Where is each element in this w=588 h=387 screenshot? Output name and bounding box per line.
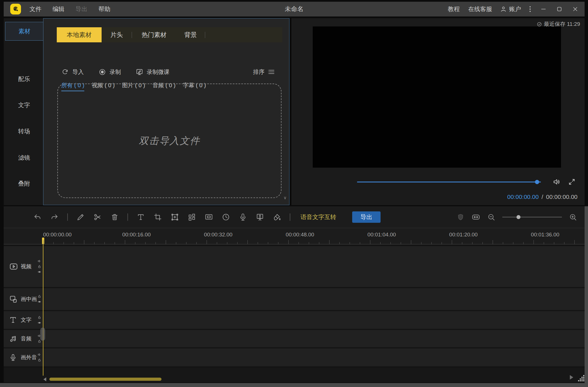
background-fill-button[interactable] bbox=[273, 213, 281, 221]
resize-grip[interactable] bbox=[576, 374, 585, 382]
add-text-button[interactable] bbox=[136, 213, 145, 221]
sidebar-item-media[interactable]: 素材 bbox=[5, 22, 43, 41]
eye-icon[interactable] bbox=[37, 270, 41, 274]
playhead-grip[interactable] bbox=[40, 328, 45, 341]
zoom-out-button[interactable] bbox=[487, 213, 495, 221]
fit-timeline-button[interactable] bbox=[472, 213, 480, 221]
track-voiceover[interactable]: 画外音 bbox=[4, 348, 585, 366]
kebab-menu-icon[interactable] bbox=[528, 5, 532, 13]
sidebar-item-transition[interactable]: 转场 bbox=[5, 126, 43, 136]
marker-button[interactable] bbox=[456, 213, 465, 221]
close-button[interactable] bbox=[571, 5, 579, 13]
sort-button[interactable]: 排序 bbox=[253, 68, 275, 76]
trash-icon bbox=[110, 213, 119, 221]
tab-background[interactable]: 背景 bbox=[176, 27, 205, 42]
text-icon bbox=[136, 213, 145, 221]
preview-slider[interactable] bbox=[357, 180, 541, 184]
split-screen-icon bbox=[188, 213, 196, 221]
sidebar-item-text[interactable]: 文字 bbox=[5, 100, 43, 110]
track-audio[interactable]: 音频 bbox=[4, 329, 585, 347]
crop-button[interactable] bbox=[154, 213, 162, 221]
tutorial-link[interactable]: 教程 bbox=[447, 4, 460, 14]
scroll-right-arrow[interactable] bbox=[570, 375, 573, 380]
split-button[interactable] bbox=[93, 213, 102, 221]
import-button[interactable]: 导入 bbox=[61, 68, 84, 76]
transform-button[interactable] bbox=[171, 213, 179, 221]
preview-volume-thumb[interactable] bbox=[535, 180, 539, 184]
ruler-tick bbox=[247, 240, 248, 244]
video-viewport[interactable] bbox=[313, 26, 561, 168]
playhead-line[interactable] bbox=[43, 244, 43, 376]
music-note-icon bbox=[9, 335, 17, 343]
edit-button[interactable] bbox=[76, 213, 85, 221]
sidebar-item-overlay[interactable]: 叠附 bbox=[5, 178, 43, 189]
undo-button[interactable] bbox=[33, 213, 42, 221]
ruler-label: 00:00:32.00 bbox=[204, 232, 232, 238]
minimize-button[interactable] bbox=[539, 5, 548, 13]
zoom-slider-thumb[interactable] bbox=[516, 215, 520, 219]
delete-button[interactable] bbox=[110, 213, 119, 221]
lock-open-icon[interactable] bbox=[37, 265, 41, 269]
lock-open-icon[interactable] bbox=[37, 358, 41, 362]
redo-button[interactable] bbox=[50, 213, 59, 221]
menu-edit[interactable]: 编辑 bbox=[51, 4, 66, 14]
import-dropzone[interactable]: 双击导入文件 bbox=[57, 84, 282, 198]
speaker-icon[interactable] bbox=[37, 353, 41, 357]
menu-help[interactable]: 帮助 bbox=[97, 4, 112, 14]
timeline-zoom-slider[interactable] bbox=[502, 215, 562, 219]
lock-open-icon[interactable] bbox=[37, 315, 41, 319]
record-button[interactable]: 录制 bbox=[98, 68, 121, 76]
fullscreen-button[interactable] bbox=[568, 178, 576, 186]
online-support-link[interactable]: 在线客服 bbox=[468, 4, 493, 14]
tab-hot-media[interactable]: 热门素材 bbox=[132, 27, 176, 42]
speaker-icon[interactable] bbox=[37, 259, 41, 263]
pip-button[interactable] bbox=[205, 213, 213, 221]
project-title: 未命名 bbox=[285, 5, 304, 13]
scroll-left-arrow[interactable] bbox=[43, 377, 46, 381]
app-logo[interactable] bbox=[10, 4, 21, 14]
speed-button[interactable] bbox=[222, 213, 230, 221]
maximize-button[interactable] bbox=[555, 5, 564, 13]
account-label: 账户 bbox=[509, 5, 521, 13]
titlebar: 文件 编辑 导出 帮助 未命名 教程 在线客服 账户 bbox=[4, 2, 585, 16]
ruler-tick bbox=[339, 242, 340, 244]
ruler-tick bbox=[227, 242, 227, 244]
sort-icon bbox=[268, 68, 275, 76]
track-label: 画外音 bbox=[21, 354, 37, 361]
ruler-tick bbox=[411, 240, 411, 244]
account-button[interactable]: 账户 bbox=[500, 5, 521, 13]
speaker-icon bbox=[553, 178, 561, 186]
record-course-button[interactable]: 录制微课 bbox=[136, 68, 169, 76]
presenter-button[interactable] bbox=[256, 213, 264, 221]
voiceover-button[interactable] bbox=[239, 213, 247, 221]
track-label: 文字 bbox=[21, 316, 32, 324]
ruler-tick bbox=[544, 242, 544, 244]
sidebar-item-music[interactable]: 配乐 bbox=[5, 74, 43, 84]
timeline-ruler[interactable]: 00:00:00.0000:00:16.0000:00:32.0000:00:4… bbox=[4, 228, 585, 244]
export-button[interactable]: 导出 bbox=[352, 211, 381, 223]
menu-file[interactable]: 文件 bbox=[28, 4, 43, 14]
track-video[interactable]: 视频 bbox=[4, 245, 585, 287]
timeline-scrollbar-thumb[interactable] bbox=[49, 378, 161, 381]
speech-to-text-button[interactable]: 语音文字互转 bbox=[301, 213, 336, 221]
lock-open-icon[interactable] bbox=[37, 294, 41, 298]
tab-local-media[interactable]: 本地素材 bbox=[57, 27, 102, 42]
track-text[interactable]: 文字 bbox=[4, 311, 585, 329]
speaker-button[interactable] bbox=[553, 178, 561, 186]
ruler-label: 00:01:04.00 bbox=[368, 232, 396, 238]
tab-intro[interactable]: 片头 bbox=[102, 27, 132, 42]
zoom-in-button[interactable] bbox=[569, 213, 577, 221]
minimize-icon bbox=[541, 7, 546, 12]
total-duration: 00:00:00.00 bbox=[546, 194, 578, 200]
mic-icon bbox=[9, 353, 17, 361]
ruler-tick bbox=[482, 242, 483, 244]
panel-collapse-chevron[interactable]: ∨ bbox=[284, 195, 287, 200]
redo-icon bbox=[50, 213, 59, 221]
eye-icon[interactable] bbox=[37, 300, 41, 304]
eye-icon[interactable] bbox=[37, 321, 41, 325]
ruler-tick bbox=[401, 242, 401, 244]
split-screen-button[interactable] bbox=[188, 213, 196, 221]
sidebar-item-filter[interactable]: 滤镜 bbox=[5, 153, 43, 163]
track-pip[interactable]: 画中画 bbox=[4, 288, 585, 310]
ruler-tick bbox=[350, 242, 350, 244]
